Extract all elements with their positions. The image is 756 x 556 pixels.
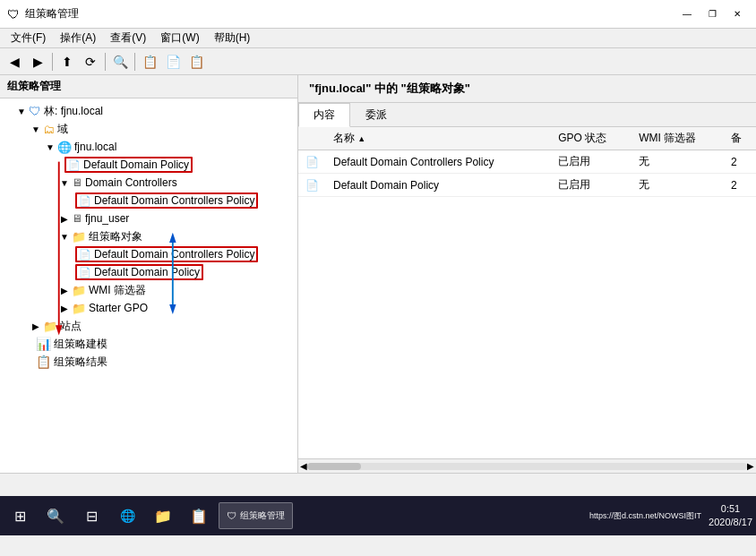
hscroll-left[interactable]: ◀ bbox=[300, 461, 307, 471]
window-title: 组策略管理 bbox=[25, 6, 79, 21]
tree-fjnu-local[interactable]: ▼ 🌐 fjnu.local bbox=[0, 138, 297, 156]
tab-content[interactable]: 内容 bbox=[298, 103, 350, 127]
policy-icon-1: 📄 bbox=[68, 159, 81, 171]
tree-dc-label: Domain Controllers bbox=[85, 176, 177, 189]
tree-sites[interactable]: ▶ 📁 站点 bbox=[0, 317, 297, 335]
table-row[interactable]: 📄 Default Domain Policy 已启用 无 2 bbox=[298, 174, 756, 197]
close-button[interactable]: ✕ bbox=[726, 5, 749, 23]
tree-gpr[interactable]: 📋 组策略结果 bbox=[0, 353, 297, 371]
tree-expand-root[interactable]: ▼ bbox=[14, 107, 29, 116]
tree-expand-domain[interactable]: ▼ bbox=[29, 124, 43, 134]
col-extra-header[interactable]: 备 bbox=[724, 127, 756, 150]
tree-domain-folder-label: 域 bbox=[57, 122, 68, 137]
left-panel: 组策略管理 ▼ 🛡 林: fjnu.local ▼ 🗂 域 bbox=[0, 75, 298, 473]
copy-button[interactable]: 📋 bbox=[185, 51, 207, 73]
menu-action[interactable]: 操作(A) bbox=[53, 29, 103, 47]
policy-icon-4: 📄 bbox=[79, 267, 91, 278]
properties-button[interactable]: 📋 bbox=[139, 51, 160, 73]
window-controls: — ❐ ✕ bbox=[675, 5, 749, 23]
row2-wmi: 无 bbox=[631, 174, 724, 197]
task-view-button[interactable]: ⊟ bbox=[75, 500, 107, 532]
row1-icon: 📄 bbox=[298, 150, 326, 174]
col-name-header[interactable]: 名称 ▲ bbox=[326, 127, 551, 150]
hscroll-right[interactable]: ▶ bbox=[747, 461, 754, 471]
exp3[interactable]: ▶ bbox=[57, 214, 72, 224]
tree-expand-gpo[interactable]: ▼ bbox=[57, 232, 72, 242]
right-panel-header: "fjnu.local" 中的 "组策略对象" bbox=[298, 75, 756, 103]
tree-gpo-folder[interactable]: ▼ 📁 组策略对象 bbox=[0, 227, 297, 245]
row1-status: 已启用 bbox=[551, 150, 631, 174]
sites-icon: 📁 bbox=[43, 320, 57, 333]
exp6[interactable]: ▶ bbox=[57, 286, 72, 295]
tree-ddp-gpo[interactable]: 📄 Default Domain Policy bbox=[0, 263, 297, 281]
starter-icon: 📁 bbox=[72, 302, 86, 315]
exp8[interactable]: ▶ bbox=[29, 321, 43, 331]
policy-icon-2: 📄 bbox=[79, 195, 91, 207]
tree-expand-dc[interactable]: ▼ bbox=[57, 178, 72, 188]
table-row[interactable]: 📄 Default Domain Controllers Policy 已启用 … bbox=[298, 150, 756, 174]
hscroll-thumb[interactable] bbox=[307, 463, 361, 470]
new-button[interactable]: 📄 bbox=[162, 51, 184, 73]
row2-extra: 2 bbox=[724, 174, 756, 197]
tree-ddcp-gpo[interactable]: 📄 Default Domain Controllers Policy bbox=[0, 245, 297, 263]
menu-file[interactable]: 文件(F) bbox=[4, 29, 53, 47]
menu-help[interactable]: 帮助(H) bbox=[207, 29, 258, 47]
refresh-button[interactable]: ⟳ bbox=[80, 51, 101, 73]
col-wmi-header[interactable]: WMI 筛选器 bbox=[631, 127, 724, 150]
menu-window[interactable]: 窗口(W) bbox=[153, 29, 206, 47]
forward-button[interactable]: ▶ bbox=[27, 51, 48, 73]
edge-button[interactable]: 🌐 bbox=[111, 500, 143, 532]
taskbar-clock[interactable]: 0:51 2020/8/17 bbox=[709, 502, 752, 530]
taskbar-right: https://图d.cstn.net/NOWSI图IT 0:51 2020/8… bbox=[589, 502, 752, 530]
title-bar: 🛡 组策略管理 — ❐ ✕ bbox=[0, 0, 756, 29]
row2-name: Default Domain Policy bbox=[326, 174, 551, 197]
active-app[interactable]: 🛡 组策略管理 bbox=[219, 502, 293, 529]
tree-area[interactable]: ▼ 🛡 林: fjnu.local ▼ 🗂 域 ▼ 🌐 fjnu.local bbox=[0, 98, 297, 473]
minimize-button[interactable]: — bbox=[675, 5, 699, 23]
search-button-taskbar[interactable]: 🔍 bbox=[39, 500, 72, 532]
search-button[interactable]: 🔍 bbox=[109, 51, 131, 73]
back-button[interactable]: ◀ bbox=[4, 51, 25, 73]
gpm-icon: 📊 bbox=[36, 337, 51, 351]
row2-status: 已启用 bbox=[551, 174, 631, 197]
gpo-table: 名称 ▲ GPO 状态 WMI 筛选器 备 bbox=[298, 127, 756, 197]
toolbar-separator-2 bbox=[105, 53, 106, 71]
hscroll-track[interactable] bbox=[307, 463, 747, 470]
tree-default-domain-policy[interactable]: 📄 Default Domain Policy bbox=[0, 156, 297, 174]
policy-icon-2: 📄 bbox=[305, 179, 319, 192]
taskbar: ⊞ 🔍 ⊟ 🌐 📁 📋 🛡 组策略管理 https://图d.cstn.net/… bbox=[0, 496, 756, 535]
tree-fjnu-user[interactable]: ▶ 🖥 fjnu_user bbox=[0, 210, 297, 227]
right-table-area[interactable]: 名称 ▲ GPO 状态 WMI 筛选器 备 bbox=[298, 127, 756, 458]
col-gpo-status-header[interactable]: GPO 状态 bbox=[551, 127, 631, 150]
domain-icon: 🌐 bbox=[57, 141, 72, 154]
tree-starter-label: Starter GPO bbox=[89, 302, 148, 314]
tree-gpr-label: 组策略结果 bbox=[54, 355, 107, 370]
start-button[interactable]: ⊞ bbox=[4, 500, 36, 532]
tree-root[interactable]: ▼ 🛡 林: fjnu.local bbox=[0, 102, 297, 120]
tree-ddcp-dc-label: Default Domain Controllers Policy bbox=[94, 194, 254, 207]
tree-starter-gpo[interactable]: ▶ 📁 Starter GPO bbox=[0, 299, 297, 317]
exp7[interactable]: ▶ bbox=[57, 304, 72, 313]
row1-name: Default Domain Controllers Policy bbox=[326, 150, 551, 174]
row2-icon: 📄 bbox=[298, 174, 326, 197]
tree-wmi[interactable]: ▶ 📁 WMI 筛选器 bbox=[0, 281, 297, 299]
tree-domain-folder[interactable]: ▼ 🗂 域 bbox=[0, 120, 297, 138]
domain-folder-icon: 🗂 bbox=[43, 123, 55, 136]
horizontal-scrollbar[interactable]: ◀ ▶ bbox=[298, 458, 756, 473]
explorer-button[interactable]: 📁 bbox=[147, 500, 179, 532]
app-button[interactable]: 📋 bbox=[183, 500, 215, 532]
tree-sites-label: 站点 bbox=[60, 319, 82, 334]
tab-delegate[interactable]: 委派 bbox=[350, 103, 402, 127]
policy-highlight-box-1: 📄 Default Domain Policy bbox=[64, 157, 193, 173]
policy-icon: 📄 bbox=[305, 156, 319, 168]
menu-view[interactable]: 查看(V) bbox=[103, 29, 153, 47]
up-button[interactable]: ⬆ bbox=[56, 51, 78, 73]
notification-text: https://图d.cstn.net/NOWSI图IT bbox=[589, 510, 701, 522]
policy-icon-3: 📄 bbox=[79, 249, 91, 261]
tree-expand-fjnu[interactable]: ▼ bbox=[43, 142, 57, 152]
tree-gpm[interactable]: 📊 组策略建模 bbox=[0, 335, 297, 353]
restore-button[interactable]: ❐ bbox=[700, 5, 724, 23]
tree-domain-controllers[interactable]: ▼ 🖥 Domain Controllers bbox=[0, 174, 297, 192]
col-icon-header[interactable] bbox=[298, 127, 326, 150]
tree-ddcp-under-dc[interactable]: 📄 Default Domain Controllers Policy bbox=[0, 192, 297, 210]
